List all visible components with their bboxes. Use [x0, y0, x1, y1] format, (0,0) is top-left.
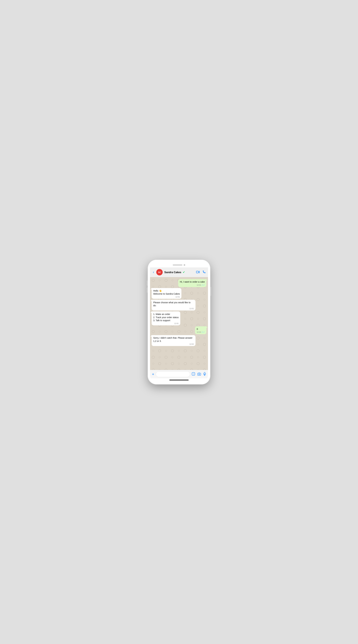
message-meta: 12:01 [153, 322, 179, 324]
message-text: 1. Make an order 2. Track your order sta… [153, 313, 179, 322]
message-ticks: ✓✓ [202, 284, 205, 286]
header-actions [196, 270, 206, 274]
phone-call-icon[interactable] [202, 270, 206, 274]
back-button[interactable]: ‹ [152, 270, 155, 274]
svg-point-3 [194, 374, 194, 374]
input-bar: + [150, 370, 208, 378]
message-input[interactable] [156, 371, 190, 377]
microphone-icon[interactable] [203, 372, 206, 376]
message-text: Please choose what you would like to do: [153, 301, 194, 307]
message-sent-1: Hi, I want to order a cake 12:01 ✓✓ [178, 279, 206, 287]
phone-device: ‹ SC Sandra Cakes ✔ [148, 260, 210, 384]
message-time: 12:01 [176, 296, 180, 298]
message-meta: 12:01 ✓✓ [180, 284, 205, 286]
contact-name: Sandra Cakes ✔ [164, 270, 185, 274]
phone-top-bar [150, 262, 208, 268]
input-action-icons [192, 372, 206, 376]
message-text: Hello 👋 Welcome to Sandra Cakes [153, 289, 180, 296]
phone-screen: ‹ SC Sandra Cakes ✔ [150, 262, 208, 382]
message-recv-1: Hello 👋 Welcome to Sandra Cakes 12:01 [152, 288, 182, 299]
message-text: Hi, I want to order a cake [180, 280, 205, 284]
contact-avatar: SC [156, 269, 163, 276]
verified-badge: ✔ [183, 270, 185, 274]
message-time: 12:01 [196, 284, 201, 286]
svg-point-4 [198, 374, 200, 375]
message-meta: 12:01 [153, 308, 194, 310]
svg-rect-1 [192, 372, 195, 375]
message-time: 12:01 [190, 308, 194, 310]
volume-up-button [147, 280, 148, 286]
home-indicator [150, 378, 208, 382]
chat-header: ‹ SC Sandra Cakes ✔ [150, 268, 208, 277]
message-text: Sorry, I didn't catch that. Please answe… [153, 336, 194, 343]
message-text: 0 [196, 328, 205, 331]
message-meta: 12:02 ✓✓ [196, 331, 205, 333]
message-meta: 12:01 [153, 296, 180, 298]
svg-point-2 [193, 374, 193, 374]
video-call-icon[interactable] [196, 270, 200, 274]
phone-speaker [173, 264, 182, 266]
message-recv-2: Please choose what you would like to do:… [152, 300, 196, 310]
svg-rect-0 [196, 271, 198, 273]
message-time: 12:02 [190, 343, 194, 345]
message-ticks: ✓✓ [202, 331, 205, 333]
power-button [210, 287, 211, 296]
message-sent-2: 0 12:02 ✓✓ [195, 326, 206, 334]
sticker-icon[interactable] [192, 372, 195, 376]
home-bar [170, 380, 188, 380]
chat-messages: Hi, I want to order a cake 12:01 ✓✓ Hell… [150, 277, 208, 370]
camera-icon[interactable] [198, 372, 201, 376]
message-time: 12:01 [174, 322, 179, 324]
message-recv-3: 1. Make an order 2. Track your order sta… [152, 312, 180, 325]
volume-buttons [147, 280, 148, 293]
message-meta: 12:02 [153, 343, 194, 345]
message-recv-4: Sorry, I didn't catch that. Please answe… [152, 335, 196, 346]
volume-down-button [147, 288, 148, 293]
svg-rect-5 [204, 372, 205, 374]
phone-camera-dot [184, 264, 185, 266]
message-time: 12:02 [196, 331, 201, 333]
plus-button[interactable]: + [152, 372, 154, 376]
